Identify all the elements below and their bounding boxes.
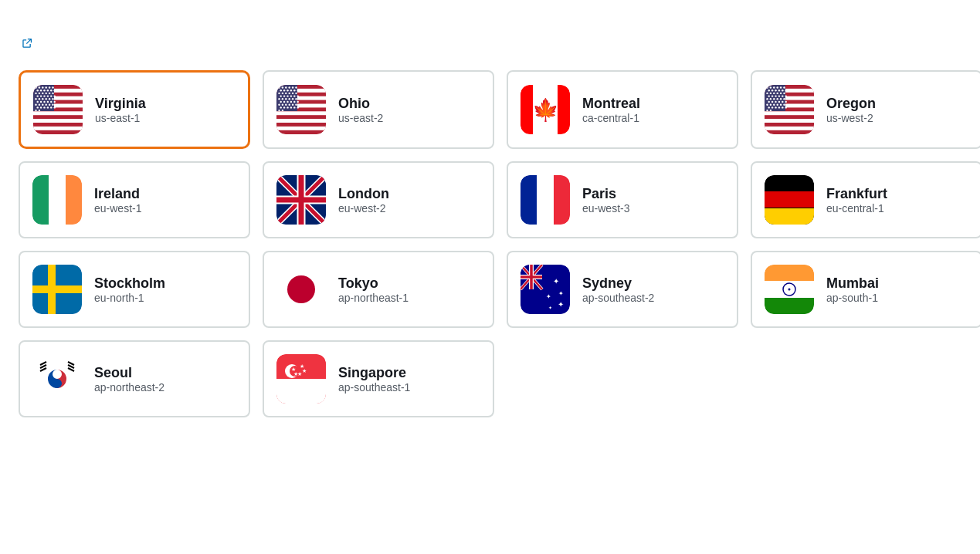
svg-rect-192 [554, 175, 570, 225]
region-name-ap-northeast-2: Seoul [94, 365, 164, 381]
svg-point-170 [768, 106, 770, 108]
svg-point-154 [773, 98, 775, 100]
region-card-eu-north-1[interactable]: Stockholm eu-north-1 [19, 251, 250, 328]
region-card-ap-northeast-1[interactable]: Tokyo ap-northeast-1 [263, 251, 494, 328]
svg-point-29 [47, 95, 49, 96]
region-card-ap-southeast-1[interactable]: ★ ★ ★ ★ ★ Singapore ap-southeast-1 [263, 340, 494, 417]
regions-grid: Virginia us-east-1 Ohio us-east-2 🍁 [19, 70, 961, 417]
region-name-eu-west-3: Paris [582, 186, 629, 202]
svg-point-136 [775, 90, 776, 91]
svg-point-79 [282, 93, 283, 94]
flag-icon-eu-west-3 [521, 175, 570, 225]
svg-point-97 [283, 101, 285, 103]
svg-point-47 [46, 104, 47, 106]
svg-point-152 [766, 98, 768, 100]
region-card-eu-central-1[interactable]: Frankfurt eu-central-1 [751, 161, 980, 238]
svg-point-50 [37, 106, 39, 108]
svg-point-106 [292, 104, 293, 106]
region-card-us-east-2[interactable]: Ohio us-east-2 [263, 70, 494, 149]
svg-rect-180 [66, 175, 82, 225]
region-code-eu-west-1: eu-west-1 [94, 202, 141, 215]
region-card-ap-south-1[interactable]: Mumbai ap-south-1 [751, 251, 980, 328]
region-name-eu-west-1: Ireland [94, 186, 141, 202]
svg-text:✦: ✦ [546, 293, 551, 300]
svg-point-18 [50, 90, 52, 91]
region-card-us-west-2[interactable]: Oregon us-west-2 [751, 70, 980, 149]
svg-point-104 [285, 104, 287, 106]
svg-point-133 [783, 86, 785, 88]
svg-point-200 [287, 275, 315, 303]
region-card-us-east-1[interactable]: Virginia us-east-1 [19, 70, 250, 149]
svg-point-137 [778, 90, 780, 91]
region-name-eu-central-1: Frankfurt [826, 186, 887, 202]
svg-point-174 [782, 106, 783, 108]
svg-point-57 [39, 110, 40, 111]
svg-point-93 [289, 98, 290, 100]
svg-point-20 [35, 93, 36, 94]
svg-point-27 [40, 95, 42, 96]
svg-point-135 [771, 90, 773, 91]
svg-point-9 [39, 86, 40, 88]
svg-point-82 [292, 93, 293, 94]
svg-point-94 [292, 98, 293, 100]
svg-point-141 [770, 93, 771, 94]
region-info-eu-west-1: Ireland eu-west-1 [94, 186, 141, 215]
svg-point-110 [287, 106, 288, 108]
region-card-eu-west-3[interactable]: Paris eu-west-3 [507, 161, 738, 238]
svg-point-89 [297, 95, 299, 96]
svg-point-46 [42, 104, 43, 106]
svg-point-175 [785, 106, 787, 108]
region-card-ca-central-1[interactable]: 🍁 Montreal ca-central-1 [507, 70, 738, 149]
region-info-ap-northeast-2: Seoul ap-northeast-2 [94, 365, 164, 394]
svg-point-139 [785, 90, 787, 91]
svg-point-14 [37, 90, 39, 91]
svg-rect-217 [765, 265, 814, 281]
svg-point-111 [290, 106, 292, 108]
svg-point-115 [282, 110, 283, 111]
region-name-eu-north-1: Stockholm [94, 275, 165, 292]
svg-point-45 [39, 104, 40, 106]
svg-point-34 [42, 98, 43, 100]
region-card-eu-west-1[interactable]: Ireland eu-west-1 [19, 161, 250, 238]
region-info-ap-northeast-1: Tokyo ap-northeast-1 [338, 275, 409, 304]
svg-point-17 [47, 90, 49, 91]
svg-point-22 [42, 93, 43, 94]
svg-point-41 [47, 101, 49, 103]
svg-text:★: ★ [291, 367, 296, 372]
svg-point-107 [295, 104, 297, 106]
region-info-ap-south-1: Mumbai ap-south-1 [826, 275, 879, 304]
svg-point-160 [775, 101, 776, 103]
svg-point-131 [777, 86, 778, 88]
svg-point-176 [766, 110, 768, 111]
svg-point-83 [295, 93, 297, 94]
svg-point-31 [54, 95, 56, 96]
region-card-eu-west-2[interactable]: London eu-west-2 [263, 161, 494, 238]
svg-point-95 [295, 98, 297, 100]
svg-point-161 [778, 101, 780, 103]
flag-icon-ap-northeast-1 [276, 265, 326, 314]
region-name-us-east-1: Virginia [95, 96, 146, 112]
svg-point-168 [780, 104, 782, 106]
svg-point-112 [293, 106, 295, 108]
region-code-us-west-2: us-west-2 [826, 112, 876, 124]
region-card-ap-northeast-2[interactable]: Seoul ap-northeast-2 [19, 340, 250, 417]
svg-point-171 [771, 106, 773, 108]
learn-more-link[interactable] [19, 38, 32, 49]
svg-point-32 [35, 98, 36, 100]
svg-point-155 [777, 98, 778, 100]
region-name-ap-northeast-1: Tokyo [338, 275, 409, 292]
svg-point-134 [768, 90, 770, 91]
svg-point-172 [775, 106, 776, 108]
svg-point-71 [295, 86, 297, 88]
svg-point-146 [768, 95, 770, 96]
svg-point-26 [37, 95, 39, 96]
svg-text:🍁: 🍁 [532, 97, 559, 123]
region-card-ap-southeast-2[interactable]: ✦ ✦ ✦ ✦ ✦ Sydney ap-southeast-2 [507, 251, 738, 328]
region-name-ap-southeast-1: Singapore [338, 365, 410, 381]
region-info-us-east-1: Virginia us-east-1 [95, 96, 146, 124]
svg-rect-124 [765, 111, 814, 115]
region-code-ap-northeast-1: ap-northeast-1 [338, 292, 409, 304]
svg-point-78 [278, 93, 280, 94]
svg-point-75 [290, 90, 292, 91]
svg-point-113 [297, 106, 299, 108]
